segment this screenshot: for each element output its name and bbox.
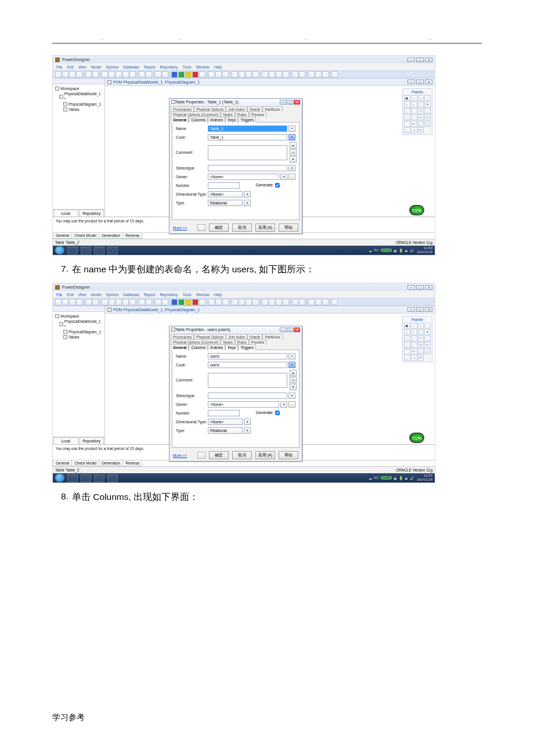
tab-indexes[interactable]: Indexes bbox=[208, 117, 225, 123]
tab-general[interactable]: General bbox=[171, 117, 189, 123]
dialog-close-button[interactable]: ✕ bbox=[294, 100, 300, 105]
palette-tool[interactable]: ▭ bbox=[418, 127, 424, 133]
palette-tool[interactable]: ⬚ bbox=[404, 355, 410, 361]
dialog-close-button[interactable]: ✕ bbox=[294, 327, 300, 332]
comment-textarea[interactable] bbox=[208, 145, 287, 160]
scroll-down-button[interactable]: ▼ bbox=[290, 384, 297, 390]
tool-button[interactable] bbox=[116, 299, 122, 305]
tool-button[interactable] bbox=[109, 299, 115, 305]
palette-tool[interactable]: ⬚ bbox=[424, 108, 431, 114]
tool-button[interactable] bbox=[232, 71, 238, 78]
menu-item[interactable]: Tools bbox=[183, 293, 192, 297]
palette-tool[interactable]: ⬚ bbox=[411, 342, 417, 348]
tool-button[interactable] bbox=[299, 299, 305, 305]
palette-tool[interactable]: ▭ bbox=[411, 121, 417, 127]
tool-button[interactable] bbox=[85, 71, 92, 78]
sub-close-button[interactable]: ✕ bbox=[425, 307, 432, 312]
tool-button[interactable] bbox=[252, 299, 259, 305]
name-input[interactable]: users bbox=[208, 353, 287, 359]
tool-button[interactable] bbox=[222, 71, 229, 78]
dimtype-select[interactable]: <None> bbox=[208, 419, 243, 425]
tool-button[interactable] bbox=[92, 299, 99, 305]
name-lock-button[interactable]: = bbox=[288, 125, 295, 132]
tab-indexes[interactable]: Indexes bbox=[208, 344, 225, 350]
dialog-max-button[interactable]: ▢ bbox=[287, 327, 293, 332]
stereotype-input[interactable] bbox=[208, 393, 287, 399]
palette-tool[interactable]: ↘ bbox=[411, 127, 417, 133]
menu-item[interactable]: Repository bbox=[160, 293, 178, 297]
menu-item[interactable]: Report bbox=[144, 65, 156, 69]
apply-button[interactable]: 应用 (A) bbox=[255, 224, 275, 232]
msg-tab-checkmodel[interactable]: Check Model bbox=[71, 233, 99, 239]
edit-button[interactable]: ▭ bbox=[290, 377, 297, 383]
tool-button[interactable] bbox=[199, 299, 205, 305]
palette-tool[interactable]: ↗ bbox=[418, 108, 424, 114]
menu-item[interactable]: Database bbox=[123, 293, 139, 297]
tab-triggers[interactable]: Triggers bbox=[238, 344, 256, 350]
diagram-tab[interactable]: PDM PhysicalDataModel_1, PhysicalDiagram… bbox=[113, 80, 200, 84]
comment-textarea[interactable] bbox=[208, 373, 287, 388]
dialog-min-button[interactable]: — bbox=[280, 327, 286, 332]
start-button[interactable] bbox=[55, 474, 64, 482]
code-input[interactable]: users bbox=[208, 362, 287, 368]
msg-tab-generation[interactable]: Generation bbox=[99, 233, 123, 239]
owner-browse-button[interactable]: … bbox=[288, 401, 295, 408]
tool-button[interactable] bbox=[102, 71, 108, 78]
tool-button[interactable] bbox=[246, 71, 252, 78]
min-button[interactable]: — bbox=[407, 57, 415, 62]
cancel-button[interactable]: 取消 bbox=[232, 451, 252, 459]
tool-button[interactable] bbox=[139, 71, 145, 78]
close-button[interactable]: ✕ bbox=[425, 285, 432, 290]
task-button[interactable] bbox=[107, 474, 118, 482]
palette-tool[interactable]: ↔ bbox=[411, 323, 417, 329]
msg-tab-checkmodel[interactable]: Check Model bbox=[71, 460, 99, 466]
sub-close-button[interactable]: ✕ bbox=[425, 80, 432, 84]
type-select[interactable]: Relational bbox=[208, 427, 243, 434]
more-link[interactable]: More >> bbox=[173, 226, 187, 230]
palette-tool[interactable]: ⬚ bbox=[424, 323, 431, 329]
task-button[interactable] bbox=[107, 247, 118, 254]
tool-button[interactable] bbox=[178, 299, 185, 305]
tool-button[interactable] bbox=[315, 299, 322, 305]
side-tab-repository[interactable]: Repository bbox=[80, 210, 104, 217]
task-button[interactable] bbox=[81, 247, 91, 254]
tool-button[interactable] bbox=[116, 71, 122, 78]
sub-min-button[interactable]: — bbox=[407, 80, 415, 84]
side-tab-local[interactable]: Local bbox=[53, 437, 78, 444]
generate-checkbox[interactable] bbox=[275, 411, 280, 415]
menu-item[interactable]: View bbox=[78, 293, 86, 297]
menu-item[interactable]: Repository bbox=[160, 65, 178, 69]
tool-button[interactable] bbox=[62, 71, 68, 78]
tool-button[interactable] bbox=[192, 299, 199, 305]
task-button[interactable] bbox=[67, 247, 78, 254]
owner-dropdown-button[interactable]: ▾ bbox=[280, 174, 287, 180]
palette-tool[interactable]: ⬚ bbox=[411, 336, 417, 341]
palette-tool[interactable]: ⬚ bbox=[404, 127, 410, 133]
palette-tool[interactable]: ↘ bbox=[411, 355, 417, 361]
msg-tab-reverse[interactable]: Reverse bbox=[122, 460, 142, 466]
msg-tab-general[interactable]: General bbox=[53, 233, 72, 239]
code-input[interactable]: Table_1 bbox=[208, 134, 287, 141]
stereotype-dropdown-button[interactable]: ▾ bbox=[288, 165, 295, 171]
menu-item[interactable]: Database bbox=[123, 65, 139, 69]
tool-button[interactable] bbox=[276, 299, 282, 305]
sub-restore-button[interactable]: ▢ bbox=[416, 307, 424, 312]
tool-button[interactable] bbox=[146, 71, 152, 78]
palette-tool[interactable]: ▭ bbox=[418, 355, 424, 361]
sub-restore-button[interactable]: ▢ bbox=[416, 80, 424, 84]
palette-tool[interactable]: ✕ bbox=[424, 329, 431, 335]
restore-button[interactable]: ▢ bbox=[416, 285, 424, 290]
palette-tool[interactable]: ✕ bbox=[424, 102, 431, 107]
workspace-tree[interactable]: Workspace PhysicalDataModel_1 * Physical… bbox=[53, 84, 104, 209]
tool-button[interactable] bbox=[92, 71, 99, 78]
menu-item[interactable]: Window bbox=[196, 65, 210, 69]
code-sync-button[interactable]: = bbox=[288, 362, 295, 368]
tool-button[interactable] bbox=[129, 71, 136, 78]
help-button[interactable]: 帮助 bbox=[279, 224, 298, 232]
menu-item[interactable]: Model bbox=[91, 293, 102, 297]
tool-button[interactable] bbox=[215, 299, 222, 305]
palette-tool[interactable]: ⬚ bbox=[411, 108, 417, 114]
tab-columns[interactable]: Columns bbox=[189, 344, 208, 350]
tab-general[interactable]: General bbox=[171, 344, 189, 350]
tool-button[interactable] bbox=[76, 299, 82, 305]
